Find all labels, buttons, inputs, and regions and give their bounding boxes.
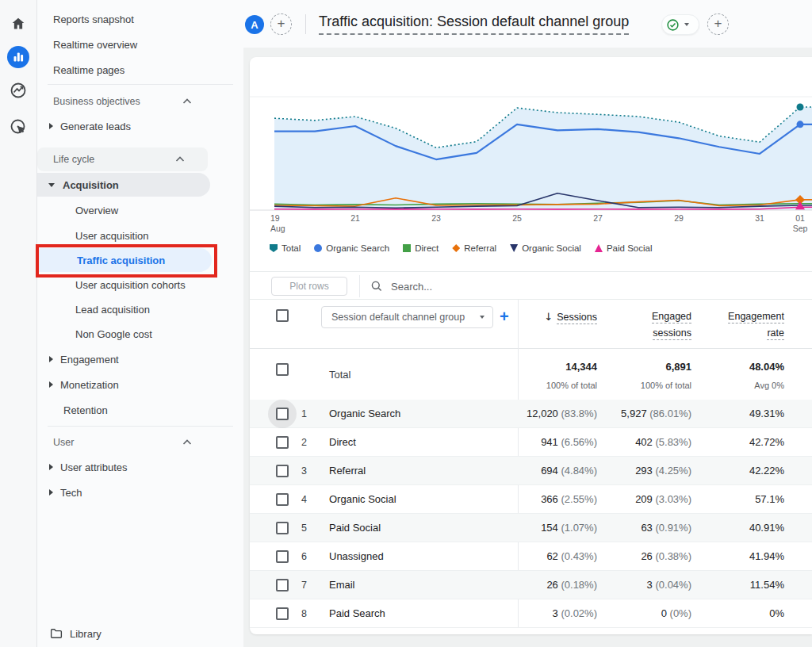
channel-name: Paid Social	[329, 522, 381, 534]
sidebar-section-business-objectives[interactable]: Business objectives	[37, 90, 234, 113]
collapse-arrow-icon	[48, 183, 55, 187]
svg-text:01: 01	[795, 213, 805, 223]
channel-name: Organic Social	[329, 493, 396, 505]
sidebar-item-generate-leads[interactable]: Generate leads	[37, 114, 234, 138]
chevron-up-icon	[182, 96, 193, 109]
sidebar-section-user[interactable]: User	[37, 431, 234, 454]
header-divider	[305, 14, 306, 34]
diamond-marker-icon	[452, 244, 460, 252]
channel-name: Unassigned	[329, 550, 384, 562]
search-input[interactable]	[391, 281, 740, 293]
table-row[interactable]: 8 Paid Search 3 (0.02%) 0 (0%) 0%	[250, 599, 812, 628]
table-search	[370, 274, 799, 298]
total-rate-sub: Avg 0%	[673, 381, 784, 390]
sidebar-divider	[48, 426, 233, 427]
legend-item-referral: Referral	[452, 243, 496, 253]
add-comparison-button[interactable]: +	[270, 13, 292, 35]
folder-icon	[49, 626, 63, 641]
row-checkbox[interactable]	[276, 607, 289, 620]
sidebar-item-overview[interactable]: Overview	[37, 198, 234, 222]
sidebar-item-tech[interactable]: Tech	[37, 480, 234, 504]
legend-item-organic-social: Organic Social	[510, 243, 581, 253]
legend-label: Organic Search	[326, 243, 389, 253]
svg-text:25: 25	[512, 213, 522, 223]
row-checkbox[interactable]	[276, 408, 289, 420]
sidebar-item-non-google-cost[interactable]: Non Google cost	[37, 322, 234, 346]
column-header-engagement-rate[interactable]: Engagement rate	[670, 308, 784, 341]
circle-marker-icon	[314, 244, 322, 252]
total-row-checkbox[interactable]	[276, 363, 289, 376]
channel-name: Email	[329, 579, 355, 591]
chevron-down-icon	[480, 316, 485, 319]
sidebar-item-traffic-acquisition[interactable]: Traffic acquisition	[39, 248, 212, 272]
legend-label: Direct	[415, 243, 439, 253]
home-icon[interactable]	[7, 13, 29, 35]
dimension-selector[interactable]: Session default channel group	[321, 306, 493, 328]
advertising-icon[interactable]	[7, 116, 29, 138]
svg-text:Aug: Aug	[270, 224, 285, 233]
check-circle-icon	[666, 18, 680, 32]
sidebar-item-retention[interactable]: Retention	[37, 398, 234, 422]
pentagon-marker-icon	[270, 244, 278, 252]
channel-name: Direct	[329, 436, 356, 448]
legend-label: Paid Social	[607, 243, 653, 253]
total-sessions: 14,344	[464, 361, 597, 373]
legend-item-paid-social: Paid Social	[595, 243, 653, 253]
sidebar-item-user-attributes[interactable]: User attributes	[37, 455, 234, 479]
table-row[interactable]: 7 Email 26 (0.18%) 3 (0.04%) 11.54%	[250, 571, 812, 599]
total-label: Total	[329, 369, 350, 381]
plot-rows-button[interactable]: Plot rows	[271, 277, 347, 296]
total-rate: 48.04%	[673, 361, 784, 373]
select-all-checkbox[interactable]	[276, 309, 289, 322]
row-checkbox[interactable]	[276, 436, 289, 449]
svg-text:31: 31	[755, 213, 764, 223]
svg-text:19: 19	[270, 213, 280, 223]
sort-descending-icon: ↓	[544, 311, 553, 323]
report-status-button[interactable]	[661, 14, 699, 35]
table-row[interactable]: 1 Organic Search 12,020 (83.8%) 5,927 (8…	[250, 400, 812, 428]
svg-text:21: 21	[350, 213, 360, 223]
svg-text:Sep: Sep	[793, 224, 808, 233]
table-total-row: Total 14,344 100% of total 6,891 100% of…	[250, 349, 812, 400]
row-checkbox[interactable]	[276, 465, 289, 477]
sidebar-item-lead-acquisition[interactable]: Lead acquisition	[37, 297, 234, 321]
legend-label: Referral	[464, 243, 496, 253]
chevron-up-icon	[182, 437, 193, 450]
table-row[interactable]: 4 Organic Social 366 (2.55%) 209 (3.03%)…	[250, 485, 812, 514]
avatar[interactable]: A	[245, 15, 264, 34]
legend-label: Total	[282, 243, 301, 253]
explore-icon[interactable]	[7, 79, 29, 101]
row-checkbox[interactable]	[276, 579, 289, 591]
row-checkbox[interactable]	[276, 550, 289, 563]
page-title[interactable]: Traffic acquisition: Session default cha…	[319, 13, 629, 35]
chevron-down-icon	[684, 23, 689, 26]
table-row[interactable]: 5 Paid Social 154 (1.07%) 63 (0.91%) 40.…	[250, 514, 812, 542]
table-row[interactable]: 3 Referral 694 (4.84%) 293 (4.25%) 42.22…	[250, 457, 812, 485]
row-checkbox[interactable]	[276, 522, 289, 534]
triangle-down-marker-icon	[510, 244, 518, 252]
legend-label: Organic Social	[522, 243, 581, 253]
channel-name: Paid Search	[329, 607, 385, 619]
legend-item-organic-search: Organic Search	[314, 243, 389, 253]
report-header: A + Traffic acquisition: Session default…	[243, 0, 812, 48]
add-report-button[interactable]: +	[707, 13, 729, 35]
report-card: 19Aug21232527293101Sep TotalOrganic Sear…	[250, 57, 812, 634]
row-checkbox[interactable]	[276, 493, 289, 506]
sidebar-item-realtime-overview[interactable]: Realtime overview	[37, 33, 234, 56]
column-header-sessions[interactable]: ↓Sessions	[488, 308, 597, 326]
sidebar-item-monetization[interactable]: Monetization	[37, 373, 234, 396]
table-row[interactable]: 2 Direct 941 (6.56%) 402 (5.83%) 42.72%	[250, 428, 812, 457]
reports-icon[interactable]	[7, 46, 29, 68]
sidebar-item-acquisition[interactable]: Acquisition	[37, 173, 210, 197]
sidebar-item-engagement[interactable]: Engagement	[37, 347, 234, 371]
toolbar-divider	[359, 275, 360, 297]
sidebar-item-library[interactable]: Library	[37, 622, 234, 645]
table-header: Session default channel group + ↓Session…	[250, 300, 812, 349]
sidebar-item-reports-snapshot[interactable]: Reports snapshot	[37, 7, 234, 31]
sidebar-section-life-cycle[interactable]: Life cycle	[37, 147, 208, 171]
sidebar-item-user-acquisition[interactable]: User acquisition	[37, 224, 234, 247]
sidebar-item-user-acquisition-cohorts[interactable]: User acquisition cohorts	[37, 273, 234, 297]
sidebar-item-realtime-pages[interactable]: Realtime pages	[37, 58, 234, 82]
total-sessions-sub: 100% of total	[464, 381, 597, 390]
table-row[interactable]: 6 Unassigned 62 (0.43%) 26 (0.38%) 41.94…	[250, 542, 812, 571]
